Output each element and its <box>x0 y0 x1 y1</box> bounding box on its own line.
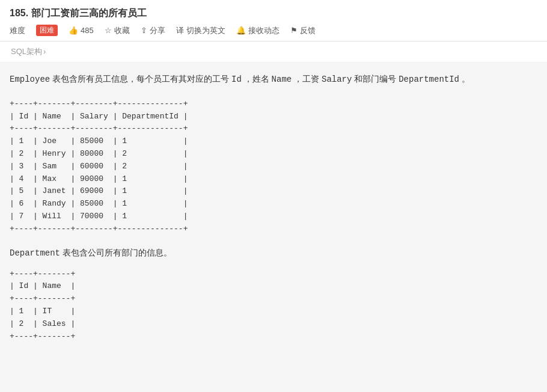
feedback-icon: ⚑ <box>290 26 298 35</box>
switch-lang-label: 切换为英文 <box>186 25 225 36</box>
breadcrumb[interactable]: SQL架构› <box>0 41 547 63</box>
breadcrumb-text: SQL架构 <box>11 47 42 56</box>
feedback-label: 反馈 <box>300 25 316 36</box>
salary-keyword: Salary <box>322 75 352 84</box>
name-keyword: Name <box>272 75 292 84</box>
like-icon: 👍 <box>69 26 78 35</box>
like-count: 485 <box>81 26 94 35</box>
bell-icon: 🔔 <box>236 26 246 35</box>
collect-button[interactable]: ☆ 收藏 <box>105 25 130 36</box>
collect-label: 收藏 <box>114 25 130 36</box>
main-content: Employee 表包含所有员工信息，每个员工有其对应的工号 Id ，姓名 Na… <box>0 63 547 392</box>
share-button[interactable]: ⇧ 分享 <box>141 25 165 36</box>
employee-keyword: Employee <box>10 75 50 84</box>
employee-table-block: +----+-------+--------+--------------+ |… <box>10 98 537 236</box>
translate-icon: 译 <box>176 25 184 36</box>
header: 185. 部门工资前三高的所有员工 难度 困难 👍 485 ☆ 收藏 ⇧ 分享 … <box>0 0 547 41</box>
department-description: Department 表包含公司所有部门的信息。 <box>10 248 537 259</box>
feedback-button[interactable]: ⚑ 反馈 <box>290 25 316 36</box>
share-label: 分享 <box>150 25 165 36</box>
share-icon: ⇧ <box>141 26 147 35</box>
toolbar: 难度 困难 👍 485 ☆ 收藏 ⇧ 分享 译 切换为英文 🔔 接收动态 ⚑ 反… <box>10 25 537 36</box>
difficulty-label: 难度 <box>10 25 25 36</box>
difficulty-badge: 困难 <box>36 25 58 36</box>
department-keyword: Department <box>10 248 60 258</box>
department-table-block: +----+-------+ | Id | Name | +----+-----… <box>10 268 537 343</box>
subscribe-label: 接收动态 <box>248 25 280 36</box>
deptid-keyword: DepartmentId <box>399 75 459 84</box>
star-icon: ☆ <box>105 26 112 35</box>
employee-description: Employee 表包含所有员工信息，每个员工有其对应的工号 Id ，姓名 Na… <box>10 72 537 87</box>
id-keyword: Id <box>231 75 242 84</box>
employee-table: +----+-------+--------+--------------+ |… <box>10 98 537 236</box>
switch-lang-button[interactable]: 译 切换为英文 <box>176 25 225 36</box>
subscribe-button[interactable]: 🔔 接收动态 <box>236 25 280 36</box>
page-title: 185. 部门工资前三高的所有员工 <box>10 7 537 20</box>
breadcrumb-chevron: › <box>43 47 46 56</box>
like-button[interactable]: 👍 485 <box>69 26 94 35</box>
department-table: +----+-------+ | Id | Name | +----+-----… <box>10 268 537 343</box>
